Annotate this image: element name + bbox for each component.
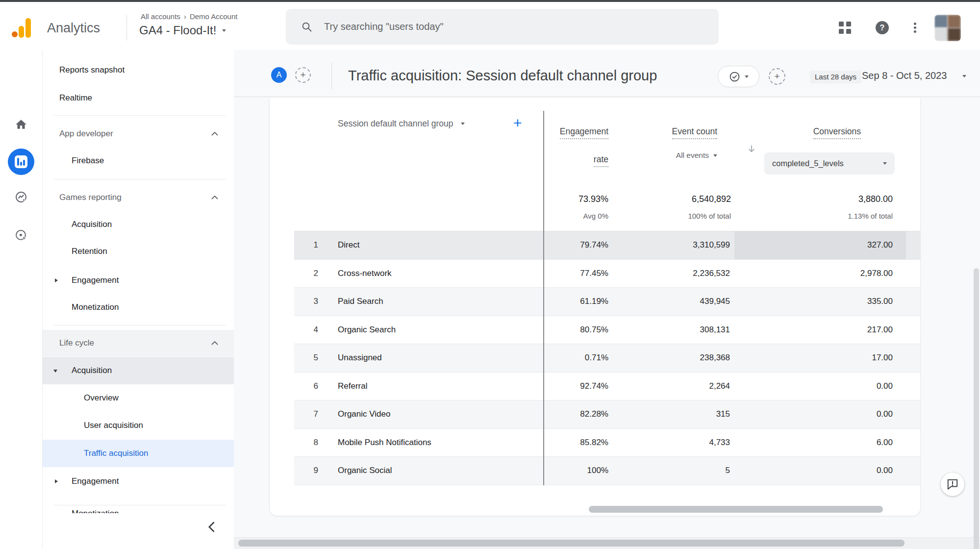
breadcrumb-separator-icon: › bbox=[184, 12, 186, 21]
event-count-sort[interactable]: Event count bbox=[672, 126, 717, 139]
totals-event-count: 6,540,892 bbox=[633, 194, 731, 204]
conversions-sort[interactable]: Conversions bbox=[813, 126, 861, 139]
expand-down-icon bbox=[53, 370, 57, 373]
column-header-conversions: Conversions bbox=[763, 126, 861, 139]
advertising-icon[interactable] bbox=[15, 229, 27, 242]
sidebar-item-acquisition[interactable]: Acquisition bbox=[43, 357, 234, 384]
search-input[interactable] bbox=[324, 21, 667, 32]
sidebar-item-monetization-clipped[interactable]: Monetization bbox=[43, 505, 234, 513]
table-row[interactable]: 1 Direct 79.74% 3,310,599 327.00 bbox=[294, 231, 921, 260]
chevron-up-icon bbox=[211, 132, 218, 136]
chevron-down-icon bbox=[745, 75, 749, 78]
sidebar-divider bbox=[53, 179, 226, 179]
date-range-label[interactable]: Last 28 days bbox=[810, 71, 861, 83]
sidebar-item-games-monetization[interactable]: Monetization bbox=[43, 294, 234, 321]
table-row[interactable]: 8 Mobile Push Notifications 85.82% 4,733… bbox=[294, 429, 921, 457]
sort-descending-icon[interactable] bbox=[746, 144, 757, 154]
property-name[interactable]: GA4 - Flood-It! bbox=[139, 24, 216, 37]
chevron-down-icon bbox=[883, 162, 887, 165]
page-vertical-scrollbar-thumb[interactable] bbox=[974, 268, 979, 549]
sidebar-item-games-acquisition[interactable]: Acquisition bbox=[43, 211, 234, 238]
table-horizontal-scrollbar[interactable] bbox=[589, 506, 883, 513]
search-icon bbox=[302, 22, 312, 32]
sidebar-item-retention[interactable]: Retention bbox=[43, 238, 234, 265]
chevron-down-icon[interactable] bbox=[962, 75, 966, 77]
report-owner-avatar[interactable]: A bbox=[271, 67, 287, 83]
help-icon[interactable]: ? bbox=[876, 21, 889, 34]
column-header-engagement-rate: Engagement rate bbox=[510, 126, 608, 167]
sidebar-section-life-cycle[interactable]: Life cycle bbox=[43, 330, 234, 356]
sidebar-item-user-acquisition[interactable]: User acquisition bbox=[43, 412, 234, 439]
explore-icon[interactable] bbox=[15, 191, 27, 203]
chevron-down-icon bbox=[222, 29, 226, 32]
chevron-down-icon bbox=[461, 123, 465, 125]
sidebar-item-games-engagement[interactable]: Engagement bbox=[43, 267, 234, 294]
add-report-button[interactable]: + bbox=[769, 68, 785, 85]
property-selector[interactable]: GA4 - Flood-It! bbox=[139, 24, 226, 37]
user-avatar[interactable] bbox=[934, 15, 961, 41]
feedback-button[interactable] bbox=[941, 473, 964, 496]
dimension-dropdown[interactable]: Session default channel group bbox=[338, 119, 465, 129]
sidebar-item-overview[interactable]: Overview bbox=[43, 384, 234, 412]
report-header-divider bbox=[331, 63, 332, 89]
breadcrumb[interactable]: All accounts › Demo Account bbox=[141, 12, 237, 21]
chevron-up-icon bbox=[211, 341, 218, 345]
engagement-rate-sort[interactable]: Engagement bbox=[560, 126, 608, 139]
table-row[interactable]: 6 Referral 92.74% 2,264 0.00 bbox=[294, 373, 921, 401]
feedback-bubble-icon bbox=[946, 478, 959, 491]
table-row[interactable]: 9 Organic Social 100% 5 0.00 bbox=[294, 457, 921, 485]
totals-conversions-sub: 1.13% of total bbox=[795, 212, 893, 220]
sidebar-item-firebase[interactable]: Firebase bbox=[43, 147, 234, 175]
analytics-logo-icon[interactable] bbox=[12, 18, 31, 38]
table-row[interactable]: 2 Cross-network 77.45% 2,236,532 2,978.0… bbox=[294, 260, 921, 288]
app-header: Analytics All accounts › Demo Account GA… bbox=[0, 2, 980, 50]
traffic-acquisition-table-card: Session default channel group + Engageme… bbox=[269, 98, 921, 516]
report-header-bottom-divider bbox=[234, 97, 980, 97]
sidebar-divider bbox=[53, 325, 226, 325]
header-divider bbox=[126, 15, 127, 41]
sidebar-section-games-reporting[interactable]: Games reporting bbox=[43, 184, 234, 211]
collapse-sidebar-icon[interactable] bbox=[207, 522, 216, 532]
expand-right-icon bbox=[55, 278, 58, 282]
sidebar-item-reports-snapshot[interactable]: Reports snapshot bbox=[43, 56, 234, 84]
table-row[interactable]: 4 Organic Search 80.75% 308,131 217.00 bbox=[294, 316, 921, 345]
global-search[interactable] bbox=[286, 9, 719, 45]
report-title: Traffic acquisition: Session default cha… bbox=[348, 68, 657, 84]
breadcrumb-all-accounts[interactable]: All accounts bbox=[141, 12, 180, 21]
sidebar-section-app-developer[interactable]: App developer bbox=[43, 120, 234, 148]
add-collaborator-button[interactable]: + bbox=[295, 67, 311, 83]
totals-event-count-sub: 100% of total bbox=[633, 212, 731, 220]
report-status-button[interactable] bbox=[718, 66, 759, 87]
left-rail bbox=[0, 50, 42, 549]
apps-grid-icon[interactable] bbox=[839, 22, 851, 34]
ga4-window: Analytics All accounts › Demo Account GA… bbox=[0, 0, 980, 549]
home-icon[interactable] bbox=[15, 118, 27, 131]
table-row[interactable]: 3 Paid Search 61.19% 439,945 335.00 bbox=[294, 288, 921, 316]
page-horizontal-scrollbar-thumb[interactable] bbox=[238, 540, 905, 547]
chevron-down-icon bbox=[713, 154, 717, 157]
chevron-up-icon bbox=[211, 196, 218, 200]
reports-icon[interactable] bbox=[8, 149, 34, 175]
sidebar-item-realtime[interactable]: Realtime bbox=[43, 84, 234, 112]
expand-right-icon bbox=[55, 479, 58, 483]
product-name: Analytics bbox=[47, 21, 100, 36]
totals-conversions: 3,880.00 bbox=[795, 194, 893, 204]
sidebar-divider bbox=[53, 115, 226, 116]
totals-engagement-rate-sub: Avg 0% bbox=[510, 212, 608, 220]
sidebar-item-engagement[interactable]: Engagement bbox=[43, 468, 234, 495]
sidebar-item-traffic-acquisition[interactable]: Traffic acquisition bbox=[43, 440, 234, 467]
date-range-value[interactable]: Sep 8 - Oct 5, 2023 bbox=[862, 70, 947, 81]
more-options-icon[interactable] bbox=[914, 23, 916, 33]
table-row[interactable]: 5 Unassigned 0.71% 238,368 17.00 bbox=[294, 344, 921, 373]
check-circle-icon bbox=[729, 71, 740, 82]
totals-engagement-rate: 73.93% bbox=[510, 194, 608, 204]
reports-sidebar: Reports snapshot Realtime App developer … bbox=[43, 50, 234, 549]
column-header-event-count: Event count All events bbox=[619, 126, 717, 160]
column-separator[interactable] bbox=[543, 111, 544, 485]
conversion-event-dropdown[interactable]: completed_5_levels bbox=[764, 152, 895, 175]
event-filter-dropdown[interactable]: All events bbox=[619, 151, 717, 160]
selected-cell[interactable]: 327.00 bbox=[734, 231, 906, 259]
table-row[interactable]: 7 Organic Video 82.28% 315 0.00 bbox=[294, 400, 921, 429]
breadcrumb-account[interactable]: Demo Account bbox=[190, 12, 238, 21]
